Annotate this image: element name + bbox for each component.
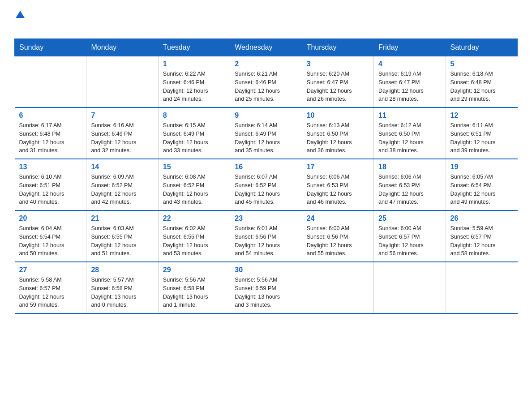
day-info: Sunrise: 5:56 AM Sunset: 6:58 PM Dayligh…: [163, 276, 225, 309]
calendar-table: SundayMondayTuesdayWednesdayThursdayFrid…: [14, 39, 518, 314]
day-number: 8: [163, 111, 225, 120]
day-number: 24: [307, 214, 369, 223]
day-info: Sunrise: 5:58 AM Sunset: 6:57 PM Dayligh…: [19, 276, 82, 309]
day-number: 9: [235, 111, 297, 120]
weekday-header-monday: Monday: [86, 39, 158, 56]
calendar-cell: 16Sunrise: 6:07 AM Sunset: 6:52 PM Dayli…: [230, 159, 302, 210]
calendar-week-row: 13Sunrise: 6:10 AM Sunset: 6:51 PM Dayli…: [15, 159, 518, 210]
day-number: 6: [19, 111, 82, 120]
calendar-cell: 17Sunrise: 6:06 AM Sunset: 6:53 PM Dayli…: [302, 159, 373, 210]
day-number: 7: [91, 111, 153, 120]
day-number: 3: [307, 60, 369, 68]
day-number: 23: [235, 214, 297, 223]
weekday-header-wednesday: Wednesday: [230, 39, 302, 56]
calendar-cell: 15Sunrise: 6:08 AM Sunset: 6:52 PM Dayli…: [158, 159, 230, 210]
calendar-cell: [374, 262, 446, 313]
day-info: Sunrise: 6:10 AM Sunset: 6:51 PM Dayligh…: [19, 173, 82, 206]
day-info: Sunrise: 6:00 AM Sunset: 6:56 PM Dayligh…: [307, 224, 369, 258]
calendar-cell: 27Sunrise: 5:58 AM Sunset: 6:57 PM Dayli…: [15, 262, 86, 313]
calendar-cell: 3Sunrise: 6:20 AM Sunset: 6:47 PM Daylig…: [302, 56, 373, 108]
calendar-cell: 11Sunrise: 6:12 AM Sunset: 6:50 PM Dayli…: [374, 107, 446, 159]
calendar-cell: [86, 56, 158, 108]
day-info: Sunrise: 6:02 AM Sunset: 6:55 PM Dayligh…: [163, 224, 225, 258]
calendar-cell: 12Sunrise: 6:11 AM Sunset: 6:51 PM Dayli…: [446, 107, 517, 159]
day-info: Sunrise: 6:17 AM Sunset: 6:48 PM Dayligh…: [19, 121, 82, 155]
calendar-cell: 21Sunrise: 6:03 AM Sunset: 6:55 PM Dayli…: [86, 210, 158, 262]
day-number: 10: [307, 111, 369, 120]
calendar-cell: 6Sunrise: 6:17 AM Sunset: 6:48 PM Daylig…: [15, 107, 86, 159]
calendar-cell: 18Sunrise: 6:06 AM Sunset: 6:53 PM Dayli…: [374, 159, 446, 210]
calendar-cell: 22Sunrise: 6:02 AM Sunset: 6:55 PM Dayli…: [158, 210, 230, 262]
logo: [14, 11, 25, 30]
day-info: Sunrise: 5:57 AM Sunset: 6:58 PM Dayligh…: [91, 276, 153, 309]
day-number: 15: [163, 163, 225, 171]
day-info: Sunrise: 6:05 AM Sunset: 6:54 PM Dayligh…: [450, 173, 513, 206]
day-info: Sunrise: 6:12 AM Sunset: 6:50 PM Dayligh…: [378, 121, 441, 155]
day-info: Sunrise: 6:16 AM Sunset: 6:49 PM Dayligh…: [91, 121, 153, 155]
day-number: 4: [378, 60, 441, 68]
day-number: 25: [378, 214, 441, 223]
day-number: 11: [378, 111, 441, 120]
day-info: Sunrise: 6:03 AM Sunset: 6:55 PM Dayligh…: [91, 224, 153, 258]
day-info: Sunrise: 5:56 AM Sunset: 6:59 PM Dayligh…: [235, 276, 297, 309]
day-number: 21: [91, 214, 153, 223]
calendar-cell: 14Sunrise: 6:09 AM Sunset: 6:52 PM Dayli…: [86, 159, 158, 210]
calendar-cell: 2Sunrise: 6:21 AM Sunset: 6:46 PM Daylig…: [230, 56, 302, 108]
calendar-cell: 7Sunrise: 6:16 AM Sunset: 6:49 PM Daylig…: [86, 107, 158, 159]
calendar-week-row: 6Sunrise: 6:17 AM Sunset: 6:48 PM Daylig…: [15, 107, 518, 159]
calendar-cell: 4Sunrise: 6:19 AM Sunset: 6:47 PM Daylig…: [374, 56, 446, 108]
day-info: Sunrise: 6:18 AM Sunset: 6:48 PM Dayligh…: [450, 70, 513, 103]
calendar-cell: 28Sunrise: 5:57 AM Sunset: 6:58 PM Dayli…: [86, 262, 158, 313]
day-number: 1: [163, 60, 225, 68]
weekday-header-saturday: Saturday: [446, 39, 517, 56]
weekday-header-friday: Friday: [374, 39, 446, 56]
day-number: 22: [163, 214, 225, 223]
day-info: Sunrise: 6:09 AM Sunset: 6:52 PM Dayligh…: [91, 173, 153, 206]
day-number: 28: [91, 266, 153, 274]
day-number: 20: [19, 214, 82, 223]
weekday-header-tuesday: Tuesday: [158, 39, 230, 56]
calendar-cell: [15, 56, 86, 108]
day-info: Sunrise: 6:01 AM Sunset: 6:56 PM Dayligh…: [235, 224, 297, 258]
day-number: 5: [450, 60, 513, 68]
calendar-cell: 20Sunrise: 6:04 AM Sunset: 6:54 PM Dayli…: [15, 210, 86, 262]
calendar-week-row: 20Sunrise: 6:04 AM Sunset: 6:54 PM Dayli…: [15, 210, 518, 262]
day-info: Sunrise: 6:19 AM Sunset: 6:47 PM Dayligh…: [378, 70, 441, 103]
calendar-cell: 1Sunrise: 6:22 AM Sunset: 6:46 PM Daylig…: [158, 56, 230, 108]
calendar-cell: 24Sunrise: 6:00 AM Sunset: 6:56 PM Dayli…: [302, 210, 373, 262]
calendar-cell: 25Sunrise: 6:00 AM Sunset: 6:57 PM Dayli…: [374, 210, 446, 262]
day-number: 18: [378, 163, 441, 171]
calendar-cell: 19Sunrise: 6:05 AM Sunset: 6:54 PM Dayli…: [446, 159, 517, 210]
day-info: Sunrise: 6:00 AM Sunset: 6:57 PM Dayligh…: [378, 224, 441, 258]
calendar-cell: 10Sunrise: 6:13 AM Sunset: 6:50 PM Dayli…: [302, 107, 373, 159]
weekday-header-sunday: Sunday: [15, 39, 86, 56]
day-info: Sunrise: 5:59 AM Sunset: 6:57 PM Dayligh…: [450, 224, 513, 258]
weekday-header-thursday: Thursday: [302, 39, 373, 56]
day-number: 19: [450, 163, 513, 171]
weekday-header-row: SundayMondayTuesdayWednesdayThursdayFrid…: [15, 39, 518, 56]
day-number: 26: [450, 214, 513, 223]
calendar-week-row: 1Sunrise: 6:22 AM Sunset: 6:46 PM Daylig…: [15, 56, 518, 108]
day-number: 2: [235, 60, 297, 68]
calendar-cell: 30Sunrise: 5:56 AM Sunset: 6:59 PM Dayli…: [230, 262, 302, 313]
calendar-cell: 13Sunrise: 6:10 AM Sunset: 6:51 PM Dayli…: [15, 159, 86, 210]
day-number: 29: [163, 266, 225, 274]
day-info: Sunrise: 6:06 AM Sunset: 6:53 PM Dayligh…: [378, 173, 441, 206]
calendar-cell: 9Sunrise: 6:14 AM Sunset: 6:49 PM Daylig…: [230, 107, 302, 159]
day-number: 27: [19, 266, 82, 274]
calendar-cell: 26Sunrise: 5:59 AM Sunset: 6:57 PM Dayli…: [446, 210, 517, 262]
day-info: Sunrise: 6:06 AM Sunset: 6:53 PM Dayligh…: [307, 173, 369, 206]
day-number: 16: [235, 163, 297, 171]
day-info: Sunrise: 6:22 AM Sunset: 6:46 PM Dayligh…: [163, 70, 225, 103]
day-info: Sunrise: 6:20 AM Sunset: 6:47 PM Dayligh…: [307, 70, 369, 103]
calendar-cell: 23Sunrise: 6:01 AM Sunset: 6:56 PM Dayli…: [230, 210, 302, 262]
calendar-cell: [302, 262, 373, 313]
calendar-cell: 8Sunrise: 6:15 AM Sunset: 6:49 PM Daylig…: [158, 107, 230, 159]
calendar-cell: [446, 262, 517, 313]
calendar-week-row: 27Sunrise: 5:58 AM Sunset: 6:57 PM Dayli…: [15, 262, 518, 313]
day-info: Sunrise: 6:15 AM Sunset: 6:49 PM Dayligh…: [163, 121, 225, 155]
day-number: 14: [91, 163, 153, 171]
day-number: 17: [307, 163, 369, 171]
day-number: 30: [235, 266, 297, 274]
day-info: Sunrise: 6:04 AM Sunset: 6:54 PM Dayligh…: [19, 224, 82, 258]
